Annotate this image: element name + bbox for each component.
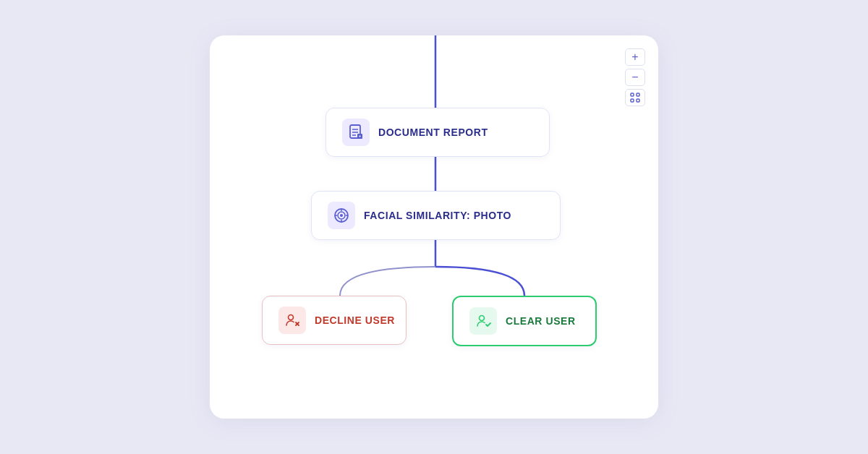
document-report-node[interactable]: DOCUMENT REPORT xyxy=(326,108,550,157)
facial-icon xyxy=(328,202,355,229)
svg-rect-1 xyxy=(637,93,639,96)
svg-rect-2 xyxy=(631,99,634,102)
flow-canvas: + − xyxy=(210,35,658,419)
svg-rect-3 xyxy=(637,99,639,102)
svg-rect-0 xyxy=(631,93,634,96)
clear-user-node[interactable]: CLEAR USER xyxy=(452,296,597,346)
document-report-label: DOCUMENT REPORT xyxy=(378,127,488,138)
decline-user-label: DECLINE USER xyxy=(315,314,395,326)
document-icon xyxy=(342,119,370,146)
zoom-controls: + − xyxy=(625,48,645,106)
facial-similarity-node[interactable]: FACIAL SIMILARITY: PHOTO xyxy=(311,191,561,240)
facial-similarity-label: FACIAL SIMILARITY: PHOTO xyxy=(364,210,511,221)
svg-point-24 xyxy=(480,316,485,321)
clear-user-icon xyxy=(469,307,497,335)
zoom-out-button[interactable]: − xyxy=(625,69,645,86)
svg-point-16 xyxy=(340,214,343,217)
decline-user-node[interactable]: DECLINE USER xyxy=(262,296,407,345)
decline-user-icon xyxy=(278,307,306,334)
fit-button[interactable] xyxy=(625,89,645,106)
clear-user-label: CLEAR USER xyxy=(506,315,576,327)
svg-point-21 xyxy=(289,315,294,320)
zoom-in-button[interactable]: + xyxy=(625,48,645,66)
